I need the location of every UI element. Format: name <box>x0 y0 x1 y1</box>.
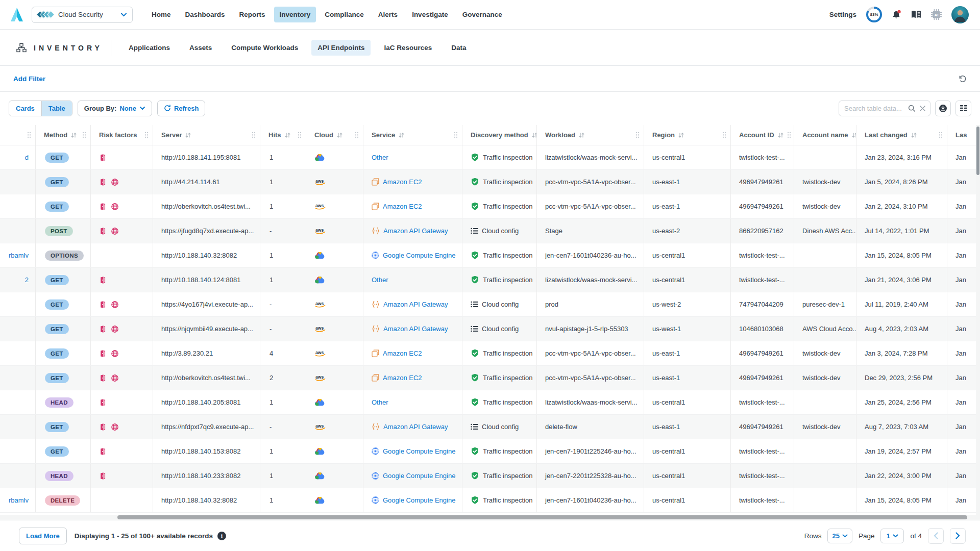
table-row[interactable]: rbamlvDELETEhttp://10.188.140.32:80821Go… <box>0 488 976 513</box>
settings-link[interactable]: Settings <box>829 11 856 18</box>
load-more-button[interactable]: Load More <box>19 528 67 544</box>
column-header-service[interactable]: Service <box>363 125 462 145</box>
sort-icon[interactable] <box>284 132 291 138</box>
sort-icon[interactable] <box>777 132 784 138</box>
rows-per-page-select[interactable]: 25 <box>827 529 852 543</box>
service-link[interactable]: Amazon EC2 <box>383 203 422 210</box>
table-row[interactable]: HEADhttp://10.188.140.233:80821Google Co… <box>0 464 976 488</box>
group-by-dropdown[interactable]: Group By: None <box>78 101 152 116</box>
drag-handle-icon[interactable] <box>939 132 943 138</box>
table-row[interactable]: GEThttp://10.188.140.153:80821Google Com… <box>0 439 976 464</box>
unauthenticated-api-risk-icon[interactable] <box>99 178 106 186</box>
service-link[interactable]: Google Compute Engine <box>383 496 455 504</box>
sort-icon[interactable] <box>185 132 191 138</box>
sort-icon[interactable] <box>678 132 684 138</box>
service-link[interactable]: Amazon EC2 <box>383 374 422 382</box>
horizontal-scrollbar[interactable] <box>0 515 980 520</box>
endpoint-name-link[interactable]: rbamlv <box>9 252 29 259</box>
drag-handle-icon[interactable] <box>252 132 256 138</box>
table-row[interactable]: dGEThttp://10.188.141.195:80811OtherTraf… <box>0 145 976 170</box>
drag-handle-icon[interactable] <box>787 132 791 138</box>
drag-handle-icon[interactable] <box>298 132 302 138</box>
table-row[interactable]: GEThttp://oberkovitch.os4test.twi...2aws… <box>0 366 976 390</box>
nav-item-investigate[interactable]: Investigate <box>406 7 454 22</box>
table-view-button[interactable]: Table <box>41 101 72 116</box>
vertical-scrollbar-thumb[interactable] <box>976 127 979 175</box>
column-header-region[interactable]: Region <box>644 125 731 145</box>
drag-handle-icon[interactable] <box>635 132 640 138</box>
service-link[interactable]: Google Compute Engine <box>383 472 455 480</box>
unauthenticated-api-risk-icon[interactable] <box>99 203 106 211</box>
endpoint-name-link[interactable]: d <box>25 154 29 161</box>
service-link[interactable]: Amazon API Gateway <box>383 227 448 235</box>
column-settings-button[interactable] <box>955 101 971 116</box>
sort-icon[interactable] <box>398 132 405 138</box>
column-header-hits[interactable]: Hits <box>260 125 306 145</box>
ai-copilot-icon[interactable]: AI <box>931 9 942 20</box>
service-link[interactable]: Other <box>372 398 388 406</box>
download-button[interactable] <box>935 101 951 116</box>
internet-exposed-risk-icon[interactable] <box>111 227 119 235</box>
table-row[interactable]: rbamlvOPTIONShttp://10.188.140.32:80821G… <box>0 243 976 268</box>
notifications-bell-icon[interactable] <box>892 10 901 20</box>
nav-item-inventory[interactable]: Inventory <box>274 7 316 22</box>
column-header-account-id[interactable]: Account ID <box>731 125 794 145</box>
refresh-button[interactable]: Refresh <box>157 101 205 116</box>
column-header-last-changed[interactable]: Last changed <box>856 125 947 145</box>
internet-exposed-risk-icon[interactable] <box>111 423 119 431</box>
sort-icon[interactable] <box>531 132 537 138</box>
sort-icon[interactable] <box>911 132 917 138</box>
docs-book-icon[interactable] <box>911 10 921 19</box>
tab-iac-resources[interactable]: IaC Resources <box>378 40 438 56</box>
nav-item-home[interactable]: Home <box>146 7 177 22</box>
table-row[interactable]: GEThttps://4yo167j4vi.execute-ap...-awsA… <box>0 292 976 317</box>
column-header-server[interactable]: Server <box>153 125 260 145</box>
search-input[interactable] <box>844 105 904 112</box>
completion-ring[interactable]: 83% <box>866 7 882 22</box>
table-row[interactable]: GEThttp://oberkovitch.os4test.twi...1aws… <box>0 194 976 219</box>
previous-page-button[interactable] <box>928 528 944 544</box>
unauthenticated-api-risk-icon[interactable] <box>99 349 106 358</box>
drag-handle-icon[interactable] <box>722 132 726 138</box>
tab-assets[interactable]: Assets <box>183 40 218 56</box>
info-icon[interactable]: i <box>217 532 226 540</box>
column-header-workload[interactable]: Workload <box>537 125 644 145</box>
horizontal-scrollbar-thumb[interactable] <box>117 515 967 519</box>
unauthenticated-api-risk-icon[interactable] <box>99 472 106 480</box>
page-select[interactable]: 1 <box>880 529 904 543</box>
sort-icon[interactable] <box>578 132 585 138</box>
endpoint-name-link[interactable]: rbamlv <box>9 496 29 504</box>
table-row[interactable]: HEADhttp://10.188.140.205:80811OtherTraf… <box>0 390 976 415</box>
sort-icon[interactable] <box>336 132 343 138</box>
sort-icon[interactable] <box>851 132 856 138</box>
table-row[interactable]: GEThttp://44.214.114.611awsAmazon EC2Tra… <box>0 170 976 194</box>
service-link[interactable]: Amazon EC2 <box>383 349 422 357</box>
user-avatar[interactable] <box>951 6 969 23</box>
table-row[interactable]: POSThttps://jfugd8q7xd.execute-ap...-aws… <box>0 219 976 243</box>
table-row[interactable]: GEThttps://njqvmbii49.execute-ap...-awsA… <box>0 317 976 341</box>
internet-exposed-risk-icon[interactable] <box>111 300 119 309</box>
add-filter-button[interactable]: Add Filter <box>13 75 45 83</box>
sort-icon[interactable] <box>70 132 77 138</box>
nav-item-compliance[interactable]: Compliance <box>319 7 370 22</box>
tab-applications[interactable]: Applications <box>122 40 176 56</box>
unauthenticated-api-risk-icon[interactable] <box>99 227 106 235</box>
unauthenticated-api-risk-icon[interactable] <box>99 154 106 162</box>
cards-view-button[interactable]: Cards <box>9 101 41 116</box>
service-link[interactable]: Amazon API Gateway <box>383 300 448 308</box>
product-switcher-dropdown[interactable]: Cloud Security <box>32 7 133 23</box>
table-row[interactable]: GEThttps://nfdpxt7qc9.execute-ap...-awsA… <box>0 415 976 439</box>
internet-exposed-risk-icon[interactable] <box>111 203 119 211</box>
table-row[interactable]: 2GEThttp://10.188.140.124:80811OtherTraf… <box>0 268 976 292</box>
service-link[interactable]: Other <box>372 276 388 284</box>
service-link[interactable]: Google Compute Engine <box>383 252 455 259</box>
drag-handle-icon[interactable] <box>144 132 149 138</box>
tab-compute-workloads[interactable]: Compute Workloads <box>225 40 304 56</box>
endpoint-name-link[interactable]: 2 <box>25 276 29 284</box>
column-header-method[interactable]: Method <box>36 125 91 145</box>
tab-api-endpoints[interactable]: API Endpoints <box>311 40 371 56</box>
drag-handle-icon[interactable] <box>27 132 31 138</box>
tab-data[interactable]: Data <box>445 40 472 56</box>
unauthenticated-api-risk-icon[interactable] <box>99 423 106 431</box>
drag-handle-icon[interactable] <box>355 132 359 138</box>
